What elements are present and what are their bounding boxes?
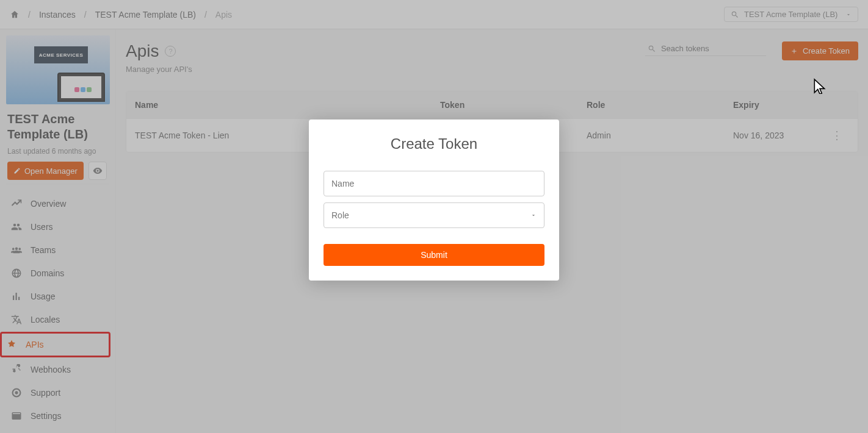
name-field[interactable]: Name xyxy=(324,171,544,196)
role-select[interactable]: Role xyxy=(324,202,544,228)
chevron-down-icon xyxy=(530,212,537,218)
submit-button[interactable]: Submit xyxy=(324,244,544,266)
modal-title: Create Token xyxy=(324,135,544,152)
create-token-modal: Create Token Name Role Submit xyxy=(309,120,559,281)
role-select-label: Role xyxy=(331,210,349,220)
name-field-label: Name xyxy=(331,179,354,188)
cursor-icon xyxy=(812,78,828,94)
modal-overlay[interactable]: Create Token Name Role Submit xyxy=(0,0,868,433)
